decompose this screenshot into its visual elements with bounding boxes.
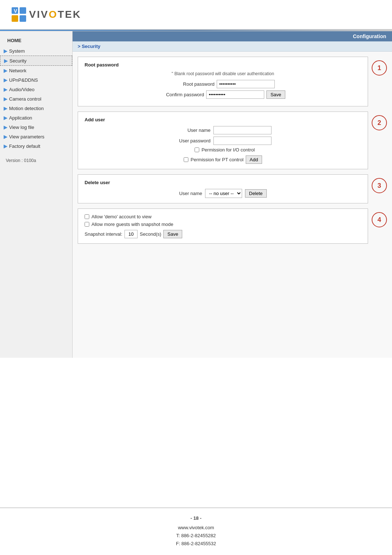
delete-user-button[interactable]: Delete <box>245 189 267 198</box>
root-password-row: Root password <box>85 80 361 88</box>
arrow-icon: ▶ <box>4 124 8 130</box>
snapshot-interval-label: Snapshot interval: <box>85 231 122 237</box>
sidebar-item-network[interactable]: ▶ Network <box>0 66 72 75</box>
panel-row-1: Root password " Blank root password will… <box>78 57 387 106</box>
content-area: Configuration > Security Root password "… <box>73 31 392 358</box>
badge-1: 1 <box>372 60 387 76</box>
config-header: Configuration <box>73 31 392 41</box>
arrow-icon: ▶ <box>4 96 8 102</box>
user-password-label: User password <box>174 138 211 143</box>
footer-website: www.vivotek.com <box>7 524 385 532</box>
username-row: User name <box>174 126 271 134</box>
guest-snapshot-label: Allow more guests with snapshot mode <box>91 222 173 227</box>
panel-row-2: Add user User name User password Perm <box>78 112 387 169</box>
arrow-icon: ▶ <box>4 105 8 111</box>
arrow-icon: ▶ <box>4 143 8 149</box>
username-input[interactable] <box>213 126 271 134</box>
footer-page: - 18 - <box>7 515 385 521</box>
panel-root-password: Root password " Blank root password will… <box>78 57 368 106</box>
delete-user-row: User name -- no user -- Delete <box>85 189 361 198</box>
logo: V VIVOTEK <box>11 7 381 23</box>
sidebar-item-application[interactable]: ▶ Application <box>0 113 72 122</box>
panel-title-1: Root password <box>85 62 361 68</box>
root-password-label: Root password <box>171 81 215 87</box>
guest-snapshot-row: Allow more guests with snapshot mode <box>85 222 361 227</box>
confirm-password-input[interactable] <box>206 90 264 99</box>
delete-user-select[interactable]: -- no user -- <box>205 189 242 198</box>
arrow-icon: ▶ <box>4 86 8 92</box>
username-label: User name <box>174 127 211 133</box>
page-header: V VIVOTEK <box>0 0 392 30</box>
snapshot-unit-label: Second(s) <box>140 231 161 237</box>
demo-account-row: Allow 'demo' account to view <box>85 214 361 219</box>
sidebar-item-view-log[interactable]: ▶ View log file <box>0 122 72 132</box>
panel-title-3: Delete user <box>85 180 361 185</box>
arrow-icon: ▶ <box>4 115 8 121</box>
svg-rect-3 <box>20 15 26 22</box>
snapshot-interval-row: Snapshot interval: Second(s) Save <box>85 230 361 238</box>
footer-contact: www.vivotek.com T: 886-2-82455282 F: 886… <box>7 524 385 548</box>
sidebar-item-upnp[interactable]: ▶ UPnP&DDNS <box>0 75 72 85</box>
delete-username-label: User name <box>179 191 202 196</box>
svg-rect-1 <box>20 7 26 14</box>
guest-options: Allow 'demo' account to view Allow more … <box>85 214 361 238</box>
snapshot-save-button[interactable]: Save <box>163 230 182 238</box>
demo-account-label: Allow 'demo' account to view <box>91 214 151 219</box>
badge-3: 3 <box>372 178 387 193</box>
sidebar-item-motion-detection[interactable]: ▶ Motion detection <box>0 104 72 113</box>
panel-title-2: Add user <box>85 117 361 122</box>
add-user-fields: User name User password Permission for I… <box>85 126 361 164</box>
guest-snapshot-checkbox[interactable] <box>85 222 89 227</box>
root-password-input[interactable] <box>217 80 275 88</box>
badge-2: 2 <box>372 115 387 130</box>
sidebar-item-audio-video[interactable]: ▶ Audio/Video <box>0 85 72 94</box>
root-password-note: " Blank root password will disable user … <box>85 71 361 76</box>
content-panels: Root password " Blank root password will… <box>73 52 392 249</box>
sidebar-item-view-parameters[interactable]: ▶ View parameters <box>0 132 72 141</box>
sidebar-item-camera-control[interactable]: ▶ Camera control <box>0 94 72 104</box>
add-user-button[interactable]: Add <box>246 155 262 164</box>
sidebar-home[interactable]: HOME <box>0 35 72 46</box>
panel-guest-snapshot: Allow 'demo' account to view Allow more … <box>78 208 368 244</box>
panel-delete-user: Delete user User name -- no user -- Dele… <box>78 174 368 203</box>
root-password-save-button[interactable]: Save <box>266 90 285 99</box>
footer: - 18 - www.vivotek.com T: 886-2-82455282… <box>0 507 392 555</box>
arrow-icon: ▶ <box>4 134 8 139</box>
perm-pt-label: Permission for PT control <box>191 157 244 162</box>
user-password-input[interactable] <box>213 137 271 145</box>
logo-icon: V <box>11 7 27 23</box>
svg-text:V: V <box>14 8 17 14</box>
user-password-row: User password <box>174 137 271 145</box>
arrow-icon: ▶ <box>4 58 8 64</box>
panel-row-3: Delete user User name -- no user -- Dele… <box>78 174 387 203</box>
perm-io-checkbox[interactable] <box>195 147 199 152</box>
footer-fax: F: 886-2-82455532 <box>7 540 385 548</box>
arrow-icon: ▶ <box>4 77 8 83</box>
badge-4: 4 <box>372 212 387 227</box>
arrow-icon: ▶ <box>4 68 8 73</box>
sidebar-item-security[interactable]: ▶ Security <box>0 56 72 66</box>
svg-rect-2 <box>12 15 18 22</box>
perm-io-row: Permission for I/O control <box>195 147 255 153</box>
panel-row-4: Allow 'demo' account to view Allow more … <box>78 208 387 244</box>
snapshot-interval-input[interactable] <box>124 230 138 238</box>
sidebar: HOME ▶ System ▶ Security ▶ Network ▶ UPn… <box>0 31 73 358</box>
confirm-password-row: Confirm password Save <box>85 90 361 99</box>
perm-pt-checkbox[interactable] <box>184 157 188 162</box>
demo-account-checkbox[interactable] <box>85 214 89 219</box>
sidebar-item-system[interactable]: ▶ System <box>0 46 72 56</box>
sidebar-version: Version : 0100a <box>0 151 72 170</box>
footer-phone: T: 886-2-82455282 <box>7 532 385 540</box>
confirm-password-label: Confirm password <box>160 92 204 97</box>
breadcrumb: > Security <box>73 41 392 52</box>
logo-text: VIVOTEK <box>29 9 81 20</box>
arrow-icon: ▶ <box>4 48 8 54</box>
perm-io-label: Permission for I/O control <box>201 147 255 153</box>
sidebar-item-factory-default[interactable]: ▶ Factory default <box>0 141 72 151</box>
main-layout: HOME ▶ System ▶ Security ▶ Network ▶ UPn… <box>0 31 392 358</box>
add-button-row: Permission for PT control Add <box>184 155 262 164</box>
panel-add-user: Add user User name User password Perm <box>78 112 368 169</box>
